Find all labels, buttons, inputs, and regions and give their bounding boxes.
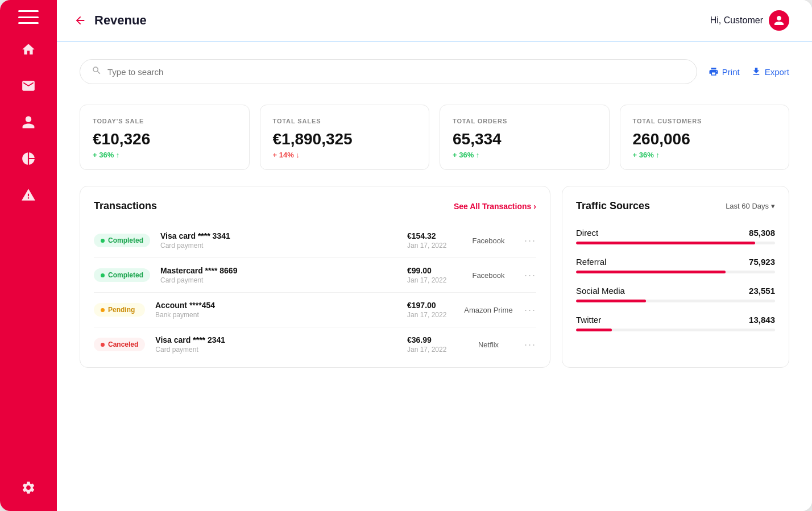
stat-label-today: TODAY'S SALE (93, 118, 237, 124)
tx-source: Facebook (463, 236, 514, 245)
tx-amount: €99.00 Jan 17, 2022 (407, 266, 453, 284)
search-row: Print Export (80, 59, 789, 84)
search-icon (92, 65, 102, 78)
stat-change-total-orders: + 36% ↑ (453, 151, 596, 159)
stat-change-total-sales: + 14% ↓ (273, 151, 417, 159)
content-area: Print Export TODAY'S SALE €10,326 + 36% … (57, 42, 812, 511)
stat-value-total-orders: 65,334 (453, 130, 596, 148)
traffic-title: Traffic Sources (576, 200, 650, 212)
tx-more-button[interactable]: ··· (524, 269, 536, 281)
tx-more-button[interactable]: ··· (524, 304, 536, 316)
tx-source: Amazon Prime (463, 306, 514, 314)
back-button[interactable] (74, 14, 86, 27)
tx-amount: €36.99 Jan 17, 2022 (407, 335, 453, 354)
main-content: Revenue Hi, Customer Prin (57, 0, 812, 511)
stat-card-today-sale: TODAY'S SALE €10,326 + 36% ↑ (80, 105, 250, 170)
user-icon[interactable] (21, 115, 36, 130)
status-badge: Pending (94, 303, 145, 317)
status-dot (101, 239, 105, 243)
settings-icon[interactable] (21, 480, 36, 495)
status-dot (101, 308, 105, 312)
status-dot (101, 343, 105, 347)
tx-source: Netflix (463, 340, 514, 349)
tx-info: Visa card **** 3341 Card payment (160, 231, 397, 250)
header: Revenue Hi, Customer (57, 0, 812, 42)
period-selector[interactable]: Last 60 Days ▾ (726, 202, 775, 210)
search-input[interactable] (107, 67, 685, 77)
search-box[interactable] (80, 59, 697, 84)
user-greeting: Hi, Customer (710, 10, 789, 31)
stat-value-total-customers: 260,006 (633, 130, 777, 148)
tx-info: Mastercard **** 8669 Card payment (160, 266, 397, 284)
stat-value-total-sales: €1,890,325 (273, 130, 417, 148)
stat-change-today: + 36% ↑ (93, 151, 237, 159)
stat-card-total-sales: TOTAL SALES €1,890,325 + 14% ↓ (260, 105, 430, 170)
tx-info: Account ****454 Bank payment (155, 301, 397, 319)
tx-more-button[interactable]: ··· (524, 235, 536, 247)
status-badge: Completed (94, 234, 150, 247)
transactions-panel: Transactions See All Transactions › Comp… (80, 186, 550, 368)
tx-info: Visa card **** 2341 Card payment (155, 335, 397, 354)
avatar[interactable] (769, 10, 789, 31)
traffic-item-twitter: Twitter 13,843 (576, 315, 775, 331)
page-title: Revenue (94, 13, 710, 28)
see-all-transactions-button[interactable]: See All Transactions › (454, 202, 536, 211)
traffic-header: Traffic Sources Last 60 Days ▾ (576, 200, 775, 212)
stat-card-total-customers: TOTAL CUSTOMERS 260,006 + 36% ↑ (620, 105, 790, 170)
hamburger-menu[interactable] (18, 10, 39, 24)
status-badge: Canceled (94, 338, 145, 351)
stats-row: TODAY'S SALE €10,326 + 36% ↑ TOTAL SALES… (80, 105, 789, 170)
traffic-item-social-media: Social Media 23,551 (576, 286, 775, 302)
stat-label-total-sales: TOTAL SALES (273, 118, 417, 124)
tx-source: Facebook (463, 271, 514, 280)
stat-label-total-orders: TOTAL ORDERS (453, 118, 596, 124)
export-button[interactable]: Export (751, 67, 789, 77)
sidebar (0, 0, 57, 511)
transactions-header: Transactions See All Transactions › (94, 200, 536, 212)
stat-change-total-customers: + 36% ↑ (633, 151, 777, 159)
alert-icon[interactable] (21, 188, 36, 202)
mail-icon[interactable] (21, 78, 36, 93)
tx-amount: €197.00 Jan 17, 2022 (407, 301, 453, 319)
traffic-sources-panel: Traffic Sources Last 60 Days ▾ Direct 85… (562, 186, 789, 368)
table-row: Pending Account ****454 Bank payment €19… (94, 293, 536, 327)
tx-more-button[interactable]: ··· (524, 339, 536, 351)
chart-icon[interactable] (21, 151, 36, 166)
stat-label-total-customers: TOTAL CUSTOMERS (633, 118, 777, 124)
home-icon[interactable] (21, 42, 36, 57)
traffic-item-direct: Direct 85,308 (576, 228, 775, 244)
table-row: Completed Mastercard **** 8669 Card paym… (94, 258, 536, 293)
print-button[interactable]: Print (709, 67, 740, 77)
table-row: Canceled Visa card **** 2341 Card paymen… (94, 327, 536, 362)
bottom-row: Transactions See All Transactions › Comp… (80, 186, 789, 368)
transactions-title: Transactions (94, 200, 157, 212)
table-row: Completed Visa card **** 3341 Card payme… (94, 223, 536, 258)
stat-card-total-orders: TOTAL ORDERS 65,334 + 36% ↑ (440, 105, 610, 170)
traffic-item-referral: Referral 75,923 (576, 257, 775, 273)
status-dot (101, 273, 105, 277)
sidebar-nav (21, 42, 36, 480)
status-badge: Completed (94, 268, 150, 282)
tx-amount: €154.32 Jan 17, 2022 (407, 231, 453, 250)
stat-value-today: €10,326 (93, 130, 237, 148)
app-container: Revenue Hi, Customer Prin (0, 0, 812, 511)
